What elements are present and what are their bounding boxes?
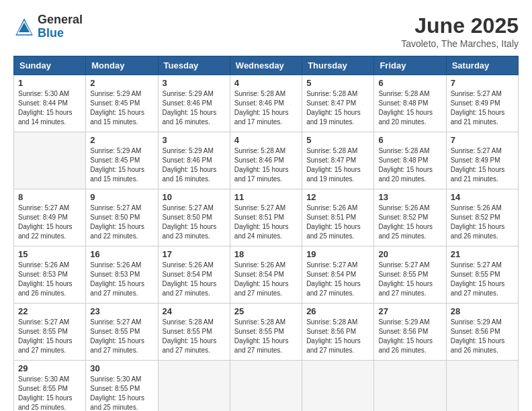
day-info: Sunrise: 5:27 AM Sunset: 8:50 PM Dayligh… [90,203,153,241]
calendar-day: 17Sunrise: 5:26 AM Sunset: 8:54 PM Dayli… [158,246,230,304]
day-info: Sunrise: 5:29 AM Sunset: 8:56 PM Dayligh… [378,318,441,355]
day-number: 13 [378,192,441,202]
day-number: 8 [18,192,81,202]
day-number: 4 [234,135,298,145]
calendar-day: 23Sunrise: 5:27 AM Sunset: 8:55 PM Dayli… [86,304,158,361]
day-info: Sunrise: 5:27 AM Sunset: 8:55 PM Dayligh… [378,261,441,298]
day-info: Sunrise: 5:29 AM Sunset: 8:46 PM Dayligh… [163,89,226,127]
day-number: 19 [306,249,369,259]
day-info: Sunrise: 5:27 AM Sunset: 8:49 PM Dayligh… [451,89,514,127]
day-number: 25 [234,306,298,316]
day-info: Sunrise: 5:26 AM Sunset: 8:54 PM Dayligh… [163,261,226,298]
day-number: 5 [306,135,369,145]
col-monday: Monday [86,56,158,75]
calendar-week-row: 22Sunrise: 5:27 AM Sunset: 8:55 PM Dayli… [14,304,519,361]
day-number: 5 [306,78,369,88]
calendar-day [302,361,374,412]
col-friday: Friday [374,56,446,75]
calendar-day: 11Sunrise: 5:27 AM Sunset: 8:51 PM Dayli… [230,189,302,246]
day-info: Sunrise: 5:28 AM Sunset: 8:48 PM Dayligh… [378,146,441,184]
day-info: Sunrise: 5:30 AM Sunset: 8:44 PM Dayligh… [18,89,81,127]
calendar-day: 27Sunrise: 5:29 AM Sunset: 8:56 PM Dayli… [374,304,446,361]
day-info: Sunrise: 5:28 AM Sunset: 8:55 PM Dayligh… [234,318,298,355]
day-number: 18 [234,249,298,259]
logo-blue: Blue [38,27,83,40]
day-number: 2 [90,135,153,145]
calendar-day: 7Sunrise: 5:27 AM Sunset: 8:49 PM Daylig… [446,75,518,132]
calendar-day: 8Sunrise: 5:27 AM Sunset: 8:49 PM Daylig… [14,189,86,246]
day-info: Sunrise: 5:28 AM Sunset: 8:56 PM Dayligh… [306,318,369,355]
day-number: 9 [90,192,153,202]
calendar-day: 5Sunrise: 5:28 AM Sunset: 8:47 PM Daylig… [302,132,374,189]
day-number: 28 [451,306,514,316]
calendar-day: 18Sunrise: 5:26 AM Sunset: 8:54 PM Dayli… [230,246,302,304]
calendar-day: 20Sunrise: 5:27 AM Sunset: 8:55 PM Dayli… [374,246,446,304]
day-info: Sunrise: 5:28 AM Sunset: 8:55 PM Dayligh… [163,318,226,355]
day-info: Sunrise: 5:26 AM Sunset: 8:52 PM Dayligh… [451,203,514,241]
day-number: 17 [163,249,226,259]
day-number: 7 [451,78,514,88]
day-number: 30 [90,363,153,373]
calendar-day: 24Sunrise: 5:28 AM Sunset: 8:55 PM Dayli… [158,304,230,361]
col-sunday: Sunday [14,56,86,75]
calendar-day: 3Sunrise: 5:29 AM Sunset: 8:46 PM Daylig… [158,75,230,132]
day-number: 3 [163,135,226,145]
day-info: Sunrise: 5:29 AM Sunset: 8:56 PM Dayligh… [451,318,514,355]
calendar-day [230,361,302,412]
calendar-day: 13Sunrise: 5:26 AM Sunset: 8:52 PM Dayli… [374,189,446,246]
day-info: Sunrise: 5:28 AM Sunset: 8:47 PM Dayligh… [306,89,369,127]
calendar-day: 26Sunrise: 5:28 AM Sunset: 8:56 PM Dayli… [302,304,374,361]
calendar-day: 4Sunrise: 5:28 AM Sunset: 8:46 PM Daylig… [230,75,302,132]
day-info: Sunrise: 5:26 AM Sunset: 8:53 PM Dayligh… [18,261,81,298]
day-number: 26 [306,306,369,316]
day-info: Sunrise: 5:26 AM Sunset: 8:52 PM Dayligh… [378,203,441,241]
day-number: 2 [90,78,153,88]
calendar-day: 1Sunrise: 5:30 AM Sunset: 8:44 PM Daylig… [14,75,86,132]
title-block: June 2025 Tavoleto, The Marches, Italy [401,13,519,49]
calendar-day [158,361,230,412]
col-wednesday: Wednesday [230,56,302,75]
calendar-day: 21Sunrise: 5:27 AM Sunset: 8:55 PM Dayli… [446,246,518,304]
calendar-week-row: 29Sunrise: 5:30 AM Sunset: 8:55 PM Dayli… [14,361,519,412]
calendar-week-row: 2Sunrise: 5:29 AM Sunset: 8:45 PM Daylig… [14,132,519,189]
calendar-day: 14Sunrise: 5:26 AM Sunset: 8:52 PM Dayli… [446,189,518,246]
location: Tavoleto, The Marches, Italy [401,38,519,49]
calendar-day: 2Sunrise: 5:29 AM Sunset: 8:45 PM Daylig… [86,132,158,189]
day-info: Sunrise: 5:27 AM Sunset: 8:51 PM Dayligh… [234,203,298,241]
day-number: 23 [90,306,153,316]
day-info: Sunrise: 5:27 AM Sunset: 8:55 PM Dayligh… [18,318,81,355]
day-number: 14 [451,192,514,202]
day-info: Sunrise: 5:30 AM Sunset: 8:55 PM Dayligh… [90,375,153,411]
calendar-header-row: Sunday Monday Tuesday Wednesday Thursday… [14,56,519,75]
day-number: 21 [451,249,514,259]
calendar-day: 22Sunrise: 5:27 AM Sunset: 8:55 PM Dayli… [14,304,86,361]
day-number: 27 [378,306,441,316]
calendar-day [374,361,446,412]
calendar-day: 30Sunrise: 5:30 AM Sunset: 8:55 PM Dayli… [86,361,158,412]
logo-general: General [38,13,83,27]
day-info: Sunrise: 5:29 AM Sunset: 8:46 PM Dayligh… [163,146,226,184]
day-info: Sunrise: 5:29 AM Sunset: 8:45 PM Dayligh… [90,89,153,127]
day-info: Sunrise: 5:27 AM Sunset: 8:50 PM Dayligh… [163,203,226,241]
calendar-day: 6Sunrise: 5:28 AM Sunset: 8:48 PM Daylig… [374,75,446,132]
day-number: 11 [234,192,298,202]
calendar-day: 6Sunrise: 5:28 AM Sunset: 8:48 PM Daylig… [374,132,446,189]
day-number: 10 [163,192,226,202]
calendar-day: 7Sunrise: 5:27 AM Sunset: 8:49 PM Daylig… [446,132,518,189]
calendar-day: 16Sunrise: 5:26 AM Sunset: 8:53 PM Dayli… [86,246,158,304]
day-info: Sunrise: 5:27 AM Sunset: 8:54 PM Dayligh… [306,261,369,298]
day-info: Sunrise: 5:28 AM Sunset: 8:46 PM Dayligh… [234,146,298,184]
day-info: Sunrise: 5:28 AM Sunset: 8:46 PM Dayligh… [234,89,298,127]
calendar-day: 10Sunrise: 5:27 AM Sunset: 8:50 PM Dayli… [158,189,230,246]
day-number: 7 [451,135,514,145]
day-number: 6 [378,78,441,88]
day-number: 6 [378,135,441,145]
day-number: 24 [163,306,226,316]
calendar-day: 9Sunrise: 5:27 AM Sunset: 8:50 PM Daylig… [86,189,158,246]
calendar-week-row: 1Sunrise: 5:30 AM Sunset: 8:44 PM Daylig… [14,75,519,132]
calendar-week-row: 15Sunrise: 5:26 AM Sunset: 8:53 PM Dayli… [14,246,519,304]
day-info: Sunrise: 5:28 AM Sunset: 8:48 PM Dayligh… [378,89,441,127]
day-info: Sunrise: 5:30 AM Sunset: 8:55 PM Dayligh… [18,375,81,411]
day-number: 3 [163,78,226,88]
logo-icon [13,16,35,38]
